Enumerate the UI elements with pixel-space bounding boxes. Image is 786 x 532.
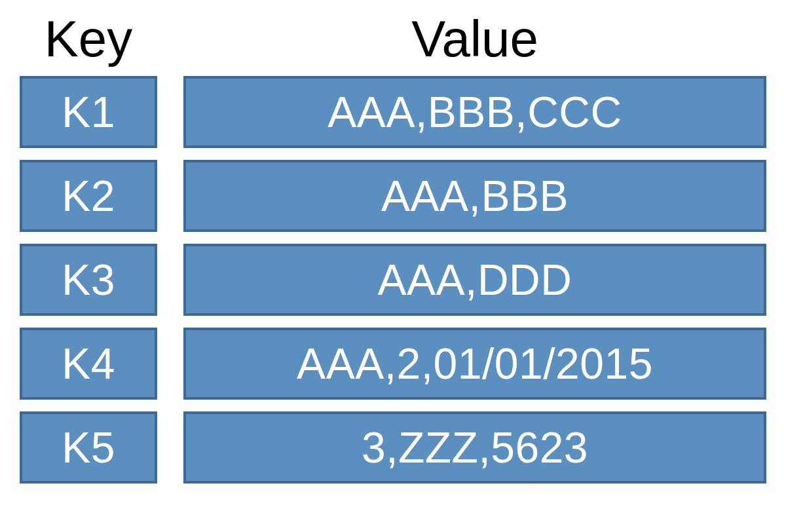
- key-cell: K5: [20, 411, 157, 484]
- table-row: K1 AAA,BBB,CCC: [20, 76, 766, 148]
- header-row: Key Value: [20, 13, 766, 64]
- value-cell: AAA,DDD: [183, 244, 766, 316]
- key-cell: K3: [20, 244, 157, 316]
- key-cell: K1: [20, 76, 157, 148]
- header-key: Key: [20, 13, 157, 64]
- value-cell: AAA,2,01/01/2015: [183, 328, 766, 400]
- table-row: K3 AAA,DDD: [20, 244, 766, 316]
- value-cell: 3,ZZZ,5623: [183, 411, 766, 484]
- table-row: K4 AAA,2,01/01/2015: [20, 328, 766, 400]
- kv-table: Key Value K1 AAA,BBB,CCC K2 AAA,BBB K3 A…: [0, 0, 786, 508]
- key-cell: K4: [20, 328, 157, 400]
- value-cell: AAA,BBB: [183, 160, 766, 232]
- table-row: K5 3,ZZZ,5623: [20, 411, 766, 484]
- key-cell: K2: [20, 160, 157, 232]
- table-row: K2 AAA,BBB: [20, 160, 766, 232]
- header-value: Value: [183, 13, 766, 64]
- value-cell: AAA,BBB,CCC: [183, 76, 766, 148]
